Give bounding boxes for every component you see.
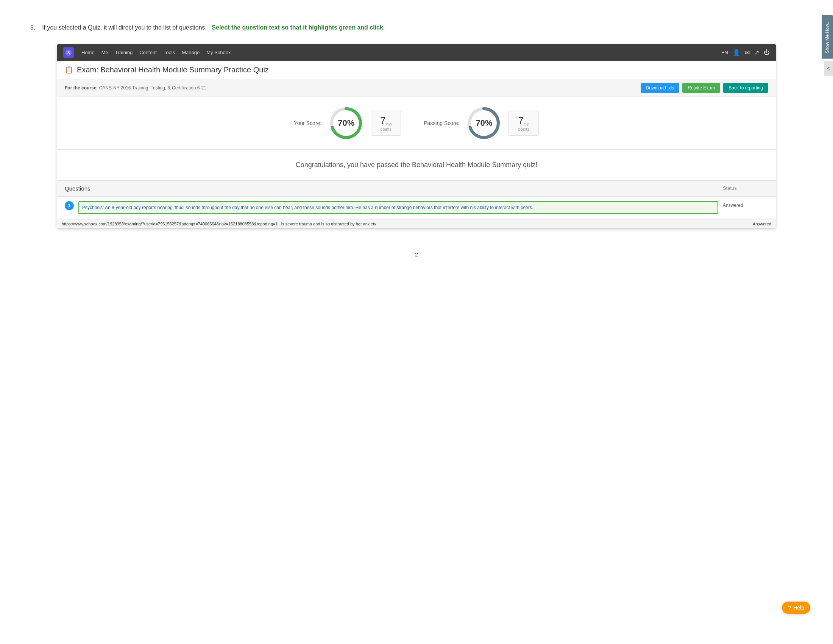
q2-status: Answered (753, 222, 771, 226)
status-col-header: Status (723, 185, 768, 192)
course-label-strong: For the course: (65, 85, 98, 90)
nav-mail-icon[interactable]: ✉ (745, 49, 750, 56)
congrats-text: Congratulations, you have passed the Beh… (296, 161, 537, 169)
svg-text:S: S (68, 51, 70, 55)
nav-myschoox[interactable]: My Schoox (206, 50, 231, 55)
your-score-total: /10 (386, 122, 391, 127)
passing-score-points-block: 7/10 points (508, 111, 539, 135)
your-score-points: 7/10 (380, 115, 391, 127)
passing-score-donut: 70% (467, 106, 501, 140)
exam-header: 📋 Exam: Behavioral Health Module Summary… (57, 61, 776, 79)
your-score-sub: points (381, 127, 391, 132)
back-to-reporting-button[interactable]: Back to reporting (723, 83, 768, 93)
nav-training[interactable]: Training (115, 50, 132, 55)
instruction-number: 5. (30, 24, 35, 31)
passing-score-pct: 70% (476, 118, 492, 128)
browser-window: S Home Me Training Content Tools Manage … (57, 44, 776, 229)
nav-links[interactable]: Home Me Training Content Tools Manage My… (81, 50, 231, 55)
help-icon: ? (788, 605, 791, 611)
your-score-donut: 70% (329, 106, 363, 140)
url-suffix: is severe trauma and is so distracted by… (279, 222, 376, 226)
nav-manage[interactable]: Manage (182, 50, 199, 55)
passing-score-label: Passing Score: (424, 120, 459, 126)
url-text: https://www.schoox.com/1928953/examing/?… (62, 222, 376, 226)
retake-button[interactable]: Retake Exam (682, 83, 720, 93)
nav-bar: S Home Me Training Content Tools Manage … (57, 44, 776, 61)
question-row: 1 Psychosis: An 8-year-old boy reports h… (57, 196, 776, 219)
nav-power-icon[interactable]: ⏻ (764, 49, 770, 56)
sub-header: For the course: CANS-NY 2016 Training, T… (57, 79, 776, 97)
nav-right: EN 👤 ✉ ↗ ⏻ (721, 49, 770, 56)
download-button[interactable]: Download .xls (641, 83, 680, 93)
nav-me[interactable]: Me (101, 50, 108, 55)
exam-icon: 📋 (65, 66, 73, 74)
your-score-label: Your Score: (294, 120, 322, 126)
nav-profile-icon[interactable]: 👤 (733, 49, 740, 56)
your-score-points-block: 7/10 points (371, 111, 401, 135)
nav-tools[interactable]: Tools (164, 50, 175, 55)
nav-home[interactable]: Home (81, 50, 95, 55)
questions-header: Questions Status (57, 181, 776, 196)
passing-score-total: /10 (524, 122, 529, 127)
congrats-section: Congratulations, you have passed the Beh… (57, 150, 776, 181)
your-score-block: Your Score: 70% 7/10 points (294, 106, 401, 140)
course-label: For the course: CANS-NY 2016 Training, T… (65, 85, 641, 90)
nav-logo: S (63, 47, 74, 58)
page-number: 2 (30, 251, 803, 258)
instruction-paragraph: 5. If you selected a Quiz, it will direc… (30, 23, 803, 32)
nav-share-icon[interactable]: ↗ (754, 49, 759, 56)
passing-score-sub: points (518, 127, 529, 132)
help-label: Help (793, 605, 804, 611)
question-num-1: 1 (65, 201, 74, 210)
instruction-highlight: Select the question text so that it high… (212, 24, 385, 31)
nav-content[interactable]: Content (139, 50, 157, 55)
questions-col-header: Questions (65, 185, 723, 192)
passing-score-block: Passing Score: 70% 7/10 points (424, 106, 539, 140)
sub-header-buttons: Download .xls Retake Exam Back to report… (641, 83, 768, 93)
exam-title: Exam: Behavioral Health Module Summary P… (77, 66, 269, 74)
your-score-pct: 70% (338, 118, 354, 128)
questions-section: Questions Status 1 Psychosis: An 8-year-… (57, 181, 776, 229)
help-button[interactable]: ? Help (782, 602, 810, 614)
question-status-1: Answered (723, 201, 768, 208)
score-section: Your Score: 70% 7/10 points Passing Scor… (57, 97, 776, 150)
bottom-bar: https://www.schoox.com/1928953/examing/?… (57, 219, 776, 229)
nav-lang: EN (721, 50, 728, 55)
passing-score-points: 7/10 (518, 115, 530, 127)
instruction-body: If you selected a Quiz, it will direct y… (42, 24, 207, 31)
question-text-1[interactable]: Psychosis: An 8-year-old boy reports hea… (78, 201, 718, 214)
course-name: CANS-NY 2016 Training, Testing, & Certif… (99, 85, 206, 90)
